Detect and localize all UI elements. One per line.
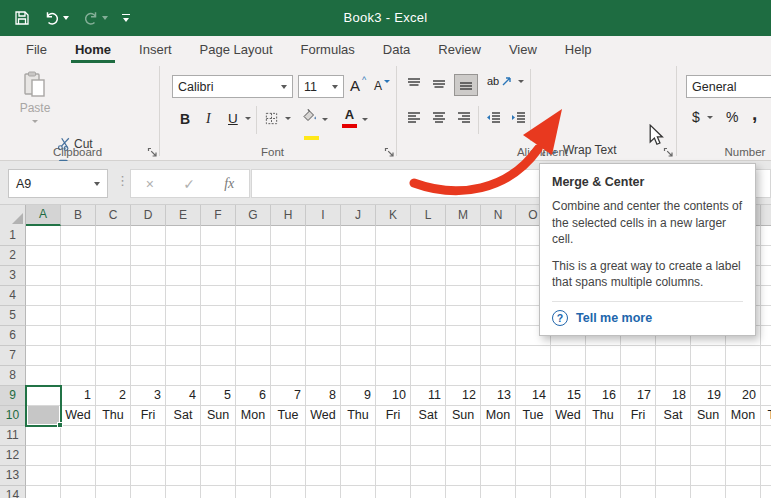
cell-H3[interactable] xyxy=(271,266,306,286)
cell-M5[interactable] xyxy=(446,306,481,326)
cell-U12[interactable] xyxy=(726,446,761,466)
cell-U7[interactable] xyxy=(726,346,761,366)
cell-S14[interactable] xyxy=(656,486,691,498)
cell-D4[interactable] xyxy=(131,286,166,306)
cell-N8[interactable] xyxy=(481,366,516,386)
cell-A6[interactable] xyxy=(26,326,61,346)
tab-home[interactable]: Home xyxy=(61,36,125,63)
cell-A7[interactable] xyxy=(26,346,61,366)
cell-L12[interactable] xyxy=(411,446,446,466)
cell-F10[interactable]: Sun xyxy=(201,406,236,426)
cell-A8[interactable] xyxy=(26,366,61,386)
font-name-combo[interactable]: Calibri xyxy=(172,75,293,98)
italic-button[interactable]: I xyxy=(206,111,211,127)
cell-C10[interactable]: Thu xyxy=(96,406,131,426)
cell-R8[interactable] xyxy=(621,366,656,386)
cell-E2[interactable] xyxy=(166,246,201,266)
column-header-V[interactable]: V xyxy=(761,205,771,226)
cell-F14[interactable] xyxy=(201,486,236,498)
column-header-C[interactable]: C xyxy=(96,205,131,226)
cell-N12[interactable] xyxy=(481,446,516,466)
cell-C8[interactable] xyxy=(96,366,131,386)
row-header-4[interactable]: 4 xyxy=(0,286,26,306)
cell-D8[interactable] xyxy=(131,366,166,386)
cell-B11[interactable] xyxy=(61,426,96,446)
cell-I6[interactable] xyxy=(306,326,341,346)
cell-V13[interactable] xyxy=(761,466,771,486)
cell-A5[interactable] xyxy=(26,306,61,326)
cell-G10[interactable]: Mon xyxy=(236,406,271,426)
row-header-3[interactable]: 3 xyxy=(0,266,26,286)
cell-L5[interactable] xyxy=(411,306,446,326)
cell-A13[interactable] xyxy=(26,466,61,486)
cell-B7[interactable] xyxy=(61,346,96,366)
cell-C11[interactable] xyxy=(96,426,131,446)
cell-D6[interactable] xyxy=(131,326,166,346)
cell-E12[interactable] xyxy=(166,446,201,466)
cell-V5[interactable] xyxy=(761,306,771,326)
tab-file[interactable]: File xyxy=(12,36,61,63)
cell-G11[interactable] xyxy=(236,426,271,446)
cell-S7[interactable] xyxy=(656,346,691,366)
cell-I12[interactable] xyxy=(306,446,341,466)
cell-C6[interactable] xyxy=(96,326,131,346)
cell-E14[interactable] xyxy=(166,486,201,498)
cell-V1[interactable] xyxy=(761,226,771,246)
tab-help[interactable]: Help xyxy=(551,36,606,63)
cell-P7[interactable] xyxy=(551,346,586,366)
cell-U11[interactable] xyxy=(726,426,761,446)
cell-F2[interactable] xyxy=(201,246,236,266)
cell-I10[interactable]: Wed xyxy=(306,406,341,426)
cell-B2[interactable] xyxy=(61,246,96,266)
cell-H2[interactable] xyxy=(271,246,306,266)
cell-G5[interactable] xyxy=(236,306,271,326)
cell-R9[interactable]: 17 xyxy=(621,386,656,406)
increase-font-size-button[interactable]: A^ xyxy=(350,77,366,94)
clipboard-dialog-launcher-icon[interactable] xyxy=(147,147,158,158)
cell-I3[interactable] xyxy=(306,266,341,286)
orientation-button[interactable]: ab xyxy=(487,75,524,87)
tab-page-layout[interactable]: Page Layout xyxy=(186,36,287,63)
tab-review[interactable]: Review xyxy=(424,36,495,63)
cell-N10[interactable]: Mon xyxy=(481,406,516,426)
cell-O11[interactable] xyxy=(516,426,551,446)
cell-K6[interactable] xyxy=(376,326,411,346)
cell-P14[interactable] xyxy=(551,486,586,498)
cell-T11[interactable] xyxy=(691,426,726,446)
cell-E9[interactable]: 4 xyxy=(166,386,201,406)
cell-C2[interactable] xyxy=(96,246,131,266)
column-header-D[interactable]: D xyxy=(131,205,166,226)
cell-P12[interactable] xyxy=(551,446,586,466)
cell-F13[interactable] xyxy=(201,466,236,486)
cell-I9[interactable]: 8 xyxy=(306,386,341,406)
cell-H7[interactable] xyxy=(271,346,306,366)
cell-L13[interactable] xyxy=(411,466,446,486)
underline-button[interactable]: U xyxy=(228,111,251,126)
cell-R13[interactable] xyxy=(621,466,656,486)
cell-J9[interactable]: 9 xyxy=(341,386,376,406)
cell-A4[interactable] xyxy=(26,286,61,306)
column-header-A[interactable]: A xyxy=(26,205,61,226)
comma-format-button[interactable]: , xyxy=(752,103,757,125)
align-center-button[interactable] xyxy=(431,111,447,125)
cell-V4[interactable] xyxy=(761,286,771,306)
cell-H11[interactable] xyxy=(271,426,306,446)
cell-O14[interactable] xyxy=(516,486,551,498)
row-header-14[interactable]: 14 xyxy=(0,486,26,498)
tab-insert[interactable]: Insert xyxy=(125,36,186,63)
cell-M7[interactable] xyxy=(446,346,481,366)
cell-L3[interactable] xyxy=(411,266,446,286)
cell-G3[interactable] xyxy=(236,266,271,286)
cell-G6[interactable] xyxy=(236,326,271,346)
cell-N4[interactable] xyxy=(481,286,516,306)
cell-J2[interactable] xyxy=(341,246,376,266)
cell-S9[interactable]: 18 xyxy=(656,386,691,406)
cell-H5[interactable] xyxy=(271,306,306,326)
cell-Q12[interactable] xyxy=(586,446,621,466)
cell-M11[interactable] xyxy=(446,426,481,446)
cell-A11[interactable] xyxy=(26,426,61,446)
cell-K4[interactable] xyxy=(376,286,411,306)
cell-B6[interactable] xyxy=(61,326,96,346)
cell-V6[interactable] xyxy=(761,326,771,346)
row-header-10[interactable]: 10 xyxy=(0,406,26,426)
